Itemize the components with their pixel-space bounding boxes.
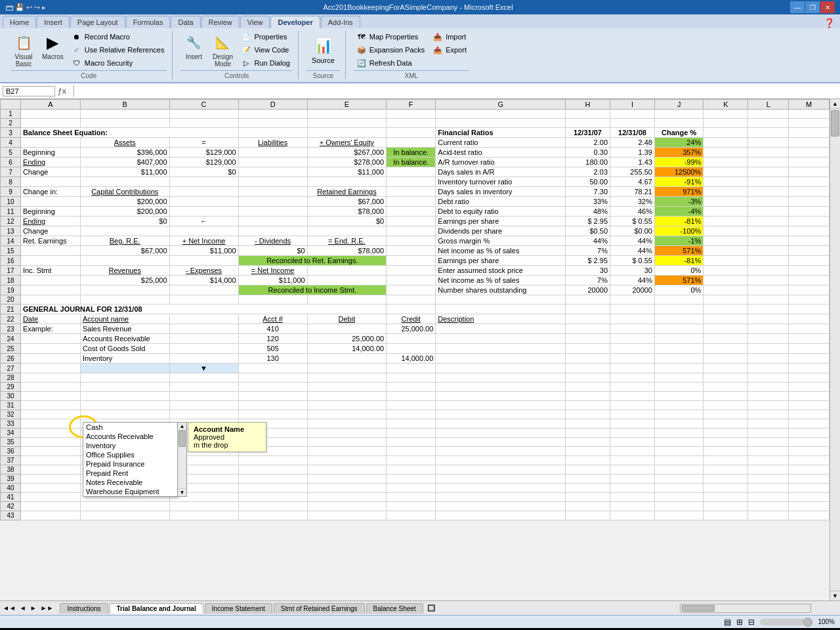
cell-F3[interactable] [387, 128, 436, 138]
cell-I27[interactable] [610, 364, 655, 373]
cell-J31[interactable] [654, 401, 703, 410]
tab-review[interactable]: Review [201, 16, 240, 28]
cell-K3[interactable] [704, 128, 748, 138]
cell-E31[interactable] [307, 401, 387, 410]
cell-E39[interactable] [307, 474, 387, 484]
cell-D29[interactable] [238, 383, 307, 392]
dropdown-item-inventory[interactable]: Inventory [83, 441, 177, 450]
cell-K16[interactable] [704, 256, 748, 266]
cell-I16[interactable]: $ 0.55 [610, 256, 655, 266]
cell-G33[interactable] [436, 419, 566, 429]
cell-G7[interactable]: Days sales in A/R [436, 167, 566, 177]
cell-A39[interactable] [20, 474, 80, 484]
cell-F13[interactable] [387, 226, 436, 236]
cell-A32[interactable] [20, 410, 80, 419]
row-header-20[interactable]: 20 [1, 295, 21, 304]
prev-sheet-arrow[interactable]: ◄ [20, 604, 26, 612]
col-header-J[interactable]: J [654, 100, 703, 110]
cell-L23[interactable] [748, 324, 789, 334]
cell-L7[interactable] [748, 167, 789, 177]
cell-B26[interactable]: Inventory [80, 354, 169, 364]
cell-E17[interactable] [307, 266, 387, 276]
cell-K35[interactable] [704, 438, 748, 447]
cell-H41[interactable] [566, 493, 610, 502]
dropdown-item-cash[interactable]: Cash [83, 423, 177, 432]
cell-F18[interactable] [387, 276, 436, 285]
cell-M35[interactable] [789, 438, 830, 447]
cell-E11[interactable]: $78,000 [307, 207, 387, 217]
restore-btn[interactable]: ❐ [805, 1, 820, 13]
cell-D41[interactable] [238, 493, 307, 502]
cell-E32[interactable] [307, 410, 387, 419]
cell-I36[interactable] [610, 447, 655, 456]
cell-C5[interactable]: $129,000 [169, 148, 238, 158]
dropdown-item-ar[interactable]: Accounts Receivable [83, 432, 177, 441]
cell-L20[interactable] [748, 295, 789, 304]
cell-K19[interactable] [704, 285, 748, 295]
cell-B11[interactable]: $200,000 [80, 207, 169, 217]
cell-A23[interactable]: Example: [20, 324, 80, 334]
cell-F29[interactable] [387, 383, 436, 392]
cell-A6[interactable]: Ending [20, 158, 80, 167]
cell-K18[interactable] [704, 276, 748, 285]
cell-B17[interactable]: Revenues [80, 266, 169, 276]
cell-H28[interactable] [566, 373, 610, 383]
cell-B27[interactable] [80, 364, 169, 373]
cell-J11[interactable]: -4% [654, 207, 703, 217]
cell-C11[interactable] [169, 207, 238, 217]
cell-G15[interactable]: Net income as % of sales [436, 246, 566, 256]
record-macro-btn[interactable]: ⏺ Record Macro [69, 31, 167, 43]
cell-L42[interactable] [748, 502, 789, 511]
row-header-41[interactable]: 41 [1, 493, 21, 502]
cell-B8[interactable] [80, 177, 169, 187]
cell-C10[interactable] [169, 197, 238, 207]
cell-E36[interactable] [307, 447, 387, 456]
cell-K10[interactable] [704, 197, 748, 207]
cell-E40[interactable] [307, 484, 387, 493]
cell-I31[interactable] [610, 401, 655, 410]
cell-L8[interactable] [748, 177, 789, 187]
cell-D18[interactable]: $11,000 [238, 276, 307, 285]
cell-M9[interactable] [789, 187, 830, 197]
cell-L36[interactable] [748, 447, 789, 456]
cell-L12[interactable] [748, 217, 789, 226]
cell-K14[interactable] [704, 236, 748, 246]
cell-C22[interactable] [169, 314, 238, 324]
function-icon[interactable]: ƒx [58, 87, 71, 96]
cell-A8[interactable] [20, 177, 80, 187]
cell-L40[interactable] [748, 484, 789, 493]
cell-L15[interactable] [748, 246, 789, 256]
cell-K5[interactable] [704, 148, 748, 158]
row-header-8[interactable]: 8 [1, 177, 21, 187]
cell-G24[interactable] [436, 334, 566, 344]
cell-B12[interactable]: $0 [80, 217, 169, 226]
cell-A35[interactable] [20, 438, 80, 447]
cell-M34[interactable] [789, 429, 830, 438]
cell-L34[interactable] [748, 429, 789, 438]
cell-J36[interactable] [654, 447, 703, 456]
cell-G17[interactable]: Enter assumed stock price [436, 266, 566, 276]
cell-K39[interactable] [704, 474, 748, 484]
cell-A21[interactable]: GENERAL JOURNAL FOR 12/31/08 [20, 304, 386, 314]
cell-B42[interactable] [80, 502, 169, 511]
cell-A7[interactable]: Change [20, 167, 80, 177]
cell-J3[interactable]: Change % [654, 128, 703, 138]
row-header-38[interactable]: 38 [1, 465, 21, 474]
cell-F20[interactable] [387, 295, 436, 304]
cell-F19[interactable] [387, 285, 436, 295]
cell-A34[interactable] [20, 429, 80, 438]
cell-L26[interactable] [748, 354, 789, 364]
cell-F6[interactable]: In balance. [387, 158, 436, 167]
cell-L11[interactable] [748, 207, 789, 217]
cell-A5[interactable]: Beginning [20, 148, 80, 158]
cell-F11[interactable] [387, 207, 436, 217]
cell-M30[interactable] [789, 392, 830, 401]
cell-F15[interactable] [387, 246, 436, 256]
cell-H19[interactable]: 20000 [566, 285, 610, 295]
cell-D32[interactable] [238, 410, 307, 419]
cell-C7[interactable]: $0 [169, 167, 238, 177]
row-header-32[interactable]: 32 [1, 410, 21, 419]
cell-E4[interactable]: + Owners' Equity [307, 138, 387, 148]
run-dialog-btn[interactable]: ▷ Run Dialog [238, 57, 292, 69]
cell-B2[interactable] [80, 119, 169, 128]
